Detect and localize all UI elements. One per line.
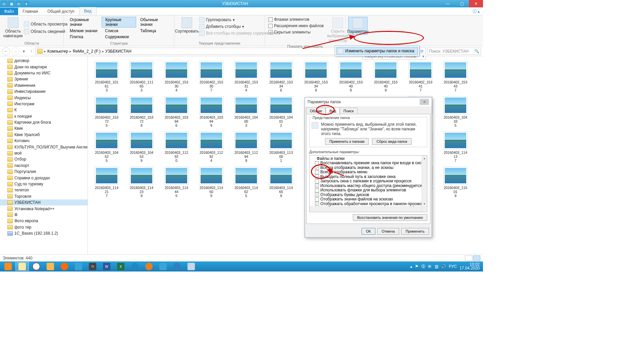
tray-clock[interactable]: 10:02 17.04.2020 xyxy=(460,263,480,270)
tree-node[interactable]: моё xyxy=(0,150,88,156)
minimize-button[interactable]: — xyxy=(441,0,455,7)
tray-up-icon[interactable]: ▴ xyxy=(410,264,412,269)
breadcrumb-folder[interactable]: УЗБЕКИСТАН xyxy=(105,49,131,54)
tab-home[interactable]: Главная xyxy=(18,8,43,15)
tree-node[interactable]: Изменения xyxy=(0,82,88,88)
tree-node[interactable]: телетоп xyxy=(0,187,88,193)
file-item[interactable]: 20160403_112920 xyxy=(164,131,189,163)
options-button[interactable]: Параметры xyxy=(348,17,368,35)
breadcrumb-root[interactable]: Компьютер xyxy=(47,49,68,54)
tree-node[interactable]: Картинки для блога xyxy=(0,119,88,125)
layout-tiles[interactable]: Плитка xyxy=(66,34,101,40)
tree-node[interactable]: Квик xyxy=(0,125,88,131)
advanced-settings-list[interactable]: Файлы и папки Восстанавливать прежние ок… xyxy=(309,155,427,212)
tree-node[interactable]: фото тир xyxy=(0,224,88,230)
item-checkboxes-toggle[interactable]: Флажки элементов xyxy=(268,17,324,22)
advanced-setting-item[interactable]: Использовать флажки для выбора элементов xyxy=(310,188,426,193)
navigation-pane-button[interactable]: Область навигации xyxy=(3,17,23,39)
file-item[interactable]: 20160402_101613 xyxy=(95,61,119,92)
file-item[interactable]: 20160403_114239 xyxy=(129,167,154,198)
advanced-setting-item[interactable]: ✓Использовать мастер общего доступа (рек… xyxy=(310,184,426,188)
taskbar-app-1[interactable] xyxy=(1,262,15,271)
dialog-tab-general[interactable]: Общие xyxy=(306,108,326,114)
layout-content[interactable]: Содержимое xyxy=(102,34,136,40)
taskbar-calc[interactable] xyxy=(184,262,198,271)
file-item[interactable]: 20160403_114445 xyxy=(164,167,189,198)
advanced-setting-item[interactable]: Запускать окна с папками в отдельном про… xyxy=(310,179,426,184)
dialog-tab-view[interactable]: Вид xyxy=(326,108,340,114)
file-item[interactable]: 20160403_104003 xyxy=(234,96,258,127)
ribbon-collapse-icon[interactable]: ⓘ ▴ xyxy=(469,8,483,15)
change-folder-options-item[interactable]: Изменить параметры папок и поиска xyxy=(336,47,418,55)
list-vertical-scrollbar[interactable]: ▴▾ xyxy=(422,156,427,212)
tree-node[interactable]: УЗБЕКИСТАН xyxy=(0,199,88,205)
qat-folder-icon[interactable]: 🗀 xyxy=(1,1,7,7)
hidden-items-toggle[interactable]: ✓Скрытые элементы xyxy=(268,29,324,35)
back-button[interactable]: ← xyxy=(2,47,10,55)
tree-node[interactable]: Португалия xyxy=(0,169,88,175)
tree-node[interactable]: Фото европа xyxy=(0,218,88,224)
file-item[interactable]: 20160402_153728 xyxy=(129,96,154,127)
file-item[interactable]: 20160403_112924 xyxy=(199,131,223,163)
tree-node[interactable]: Документы по ИИС xyxy=(0,70,88,76)
file-item[interactable]: 20160403_103949 xyxy=(199,96,223,127)
file-item[interactable]: 20160402_153349 xyxy=(304,61,328,92)
details-pane-button[interactable]: Область сведений xyxy=(23,28,68,35)
file-item[interactable]: 20160402_153437 xyxy=(443,61,468,92)
advanced-setting-item[interactable]: Выводить полный путь в заголовке окна xyxy=(310,175,426,179)
preview-pane-button[interactable]: Область просмотра xyxy=(23,21,68,27)
taskbar-thunderbird[interactable] xyxy=(170,262,184,271)
layout-medium-icons[interactable]: Обычные значки xyxy=(137,17,171,27)
advanced-setting-item[interactable]: ✓Всегда отображать значки, а не эскизы xyxy=(310,166,426,170)
tree-node[interactable]: КУЛЬТУРА_ПОЛИГЛОТ_Выучим Англий xyxy=(0,144,88,150)
tree-node[interactable]: Инвестирование xyxy=(0,88,88,95)
dialog-apply-button[interactable]: Применить xyxy=(401,228,429,235)
restore-defaults-button[interactable]: Восстановить значения по умолчанию xyxy=(353,214,427,221)
file-item[interactable]: 20160402_153346 xyxy=(269,61,293,92)
tree-node[interactable]: Зрение xyxy=(0,76,88,82)
dialog-cancel-button[interactable]: Отмена xyxy=(377,228,399,235)
advanced-setting-item[interactable]: Восстанавливать прежние окна папок при в… xyxy=(310,161,426,166)
tab-view[interactable]: Вид xyxy=(79,7,97,15)
tree-node[interactable]: Доки по квартире xyxy=(0,64,88,70)
close-button[interactable]: ✕ xyxy=(469,0,483,7)
tray-volume-icon[interactable]: 🔊 xyxy=(441,264,446,269)
icons-view-button[interactable] xyxy=(473,255,480,261)
taskbar-firefox[interactable] xyxy=(58,262,71,271)
tree-node[interactable]: Ф xyxy=(0,212,88,218)
dialog-ok-button[interactable]: ОК xyxy=(362,228,375,235)
file-item[interactable]: 20160403_113001 xyxy=(269,131,293,163)
advanced-setting-item[interactable]: ✓Отображать буквы дисков xyxy=(310,193,426,197)
layout-huge-icons[interactable]: Огромные значки xyxy=(66,17,101,27)
system-tray[interactable]: ▴ ⚑ Ⓢ ⛨ ▥ 🔊 РУС 10:02 17.04.2020 xyxy=(410,263,482,270)
advanced-setting-item[interactable]: ✓Отображать обработчики просмотра в пане… xyxy=(310,202,426,206)
file-item[interactable]: 20160403_104539 xyxy=(129,131,154,163)
advanced-setting-item[interactable]: Отображать значки файлов на эскизах xyxy=(310,197,426,202)
file-item[interactable]: 20160403_103946 xyxy=(164,96,189,127)
layout-table[interactable]: Таблица xyxy=(137,28,171,34)
taskbar-app-11[interactable] xyxy=(142,262,156,271)
tree-node[interactable]: Котович xyxy=(0,138,88,144)
tray-flag-icon[interactable]: ⚑ xyxy=(415,264,419,269)
tree-node[interactable]: Индексы xyxy=(0,95,88,101)
layout-list[interactable]: Список xyxy=(102,28,136,34)
taskbar-yandex[interactable] xyxy=(30,262,43,271)
tree-node[interactable]: 1C_Bases (192.168.1.2) xyxy=(0,230,88,236)
taskbar-app-6[interactable] xyxy=(72,262,85,271)
folder-tree[interactable]: договорДоки по квартиреДокументы по ИИСЗ… xyxy=(0,56,88,254)
file-item[interactable]: 20160403_104012 xyxy=(269,96,293,127)
tree-node[interactable]: Квик Уралсиб xyxy=(0,132,88,138)
file-item[interactable]: 20160403_112949 xyxy=(234,131,258,163)
tray-network-icon[interactable]: ▥ xyxy=(435,264,438,269)
tree-node[interactable]: договор xyxy=(0,58,88,64)
breadcrumb-drive[interactable]: ReMix_2_2 (F:) xyxy=(73,49,101,54)
file-item[interactable]: 20160402_153408 xyxy=(339,61,363,92)
taskbar-excel[interactable]: X xyxy=(114,262,127,271)
list-horizontal-scrollbar[interactable] xyxy=(310,206,422,212)
details-view-button[interactable] xyxy=(465,255,472,261)
tray-skype-icon[interactable]: Ⓢ xyxy=(421,264,425,269)
file-extensions-toggle[interactable]: Расширения имен файлов xyxy=(268,23,324,28)
dialog-close-button[interactable]: ✕ xyxy=(420,99,429,105)
tray-shield-icon[interactable]: ⛨ xyxy=(428,264,432,269)
tree-node[interactable]: Торговля xyxy=(0,193,88,199)
